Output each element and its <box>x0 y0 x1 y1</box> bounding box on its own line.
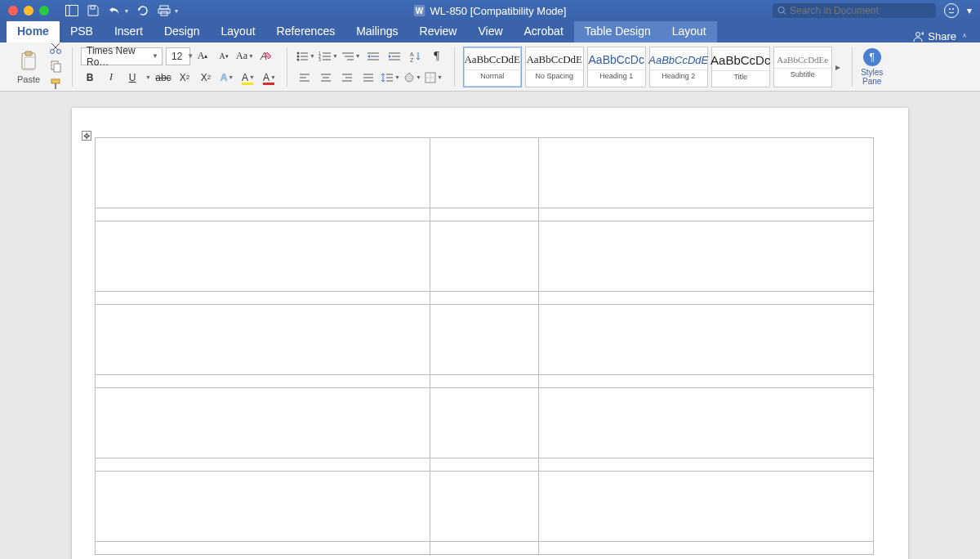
format-painter-icon[interactable] <box>49 78 64 92</box>
shading-button[interactable]: ▼ <box>403 69 421 87</box>
bold-button[interactable]: B <box>81 69 99 87</box>
multilevel-list-button[interactable]: ▼ <box>341 47 361 65</box>
paste-label: Paste <box>10 74 47 84</box>
table-row[interactable] <box>96 388 874 458</box>
style-caption: Title <box>712 70 769 81</box>
svg-text:3: 3 <box>318 57 321 62</box>
style-subtitle[interactable]: AaBbCcDdEeSubtitle <box>773 47 832 87</box>
table-row[interactable] <box>96 292 874 305</box>
change-case-button[interactable]: Aa▼ <box>236 47 254 65</box>
font-name-select[interactable]: Times New Ro…▼ <box>81 47 163 65</box>
svg-text:A: A <box>410 51 414 57</box>
font-size-select[interactable]: 12▼ <box>166 47 190 65</box>
style-preview: AaBbCcDc <box>710 53 770 67</box>
numbering-button[interactable]: 123▼ <box>318 47 338 65</box>
underline-button[interactable]: U <box>123 69 141 87</box>
copy-icon[interactable] <box>49 60 64 74</box>
window-controls <box>0 6 57 16</box>
close-window[interactable] <box>8 6 18 16</box>
document-table[interactable] <box>95 137 874 555</box>
table-row[interactable] <box>96 542 874 555</box>
svg-line-9 <box>783 12 786 15</box>
page[interactable]: ✥ <box>72 108 908 559</box>
superscript-button[interactable]: X2 <box>197 69 215 87</box>
styles-pane-label1: Styles <box>856 68 889 77</box>
svg-line-21 <box>53 43 60 50</box>
tab-layout[interactable]: Layout <box>211 20 266 42</box>
decrease-indent-button[interactable] <box>364 47 382 65</box>
clear-formatting-button[interactable]: A <box>257 47 275 65</box>
justify-button[interactable] <box>359 69 377 87</box>
save-icon[interactable] <box>87 4 100 17</box>
tab-mailings[interactable]: Mailings <box>345 20 408 42</box>
table-row[interactable] <box>96 375 874 388</box>
underline-dropdown-icon[interactable]: ▼ <box>145 74 151 80</box>
collapse-ribbon-icon[interactable]: ＾ <box>960 31 969 42</box>
svg-rect-17 <box>24 57 35 69</box>
tab-references[interactable]: References <box>266 20 346 42</box>
feedback-icon[interactable] <box>944 3 959 18</box>
styles-pane-label2: Pane <box>856 77 889 86</box>
toggle-sidebar-icon[interactable] <box>65 4 78 17</box>
print-icon[interactable] <box>158 4 171 17</box>
style-no-spacing[interactable]: AaBbCcDdENo Spacing <box>525 47 584 87</box>
tab-design[interactable]: Design <box>154 20 211 42</box>
increase-indent-button[interactable] <box>385 47 403 65</box>
style-normal[interactable]: AaBbCcDdENormal <box>463 47 522 87</box>
align-right-button[interactable] <box>338 69 356 87</box>
show-marks-button[interactable]: ¶ <box>428 47 446 65</box>
search-box[interactable] <box>773 3 936 18</box>
redo-icon[interactable] <box>136 4 149 17</box>
feedback-dropdown-icon[interactable]: ▾ <box>967 5 972 16</box>
tab-home[interactable]: Home <box>7 20 60 42</box>
grow-font-button[interactable]: A▴ <box>194 47 212 65</box>
svg-point-27 <box>296 51 299 54</box>
clipboard-group: Paste <box>5 46 69 87</box>
sort-button[interactable]: AZ <box>407 47 425 65</box>
tab-acrobat[interactable]: Acrobat <box>514 20 574 42</box>
styles-pane-button[interactable]: ¶ Styles Pane <box>856 48 889 86</box>
search-input[interactable] <box>790 5 931 16</box>
undo-dropdown-icon[interactable]: ▾ <box>125 7 128 15</box>
line-spacing-button[interactable]: ▼ <box>381 69 400 87</box>
tab-psb[interactable]: PSB <box>60 20 104 42</box>
table-row[interactable] <box>96 458 874 472</box>
style-heading-2[interactable]: AaBbCcDdEHeading 2 <box>649 47 708 87</box>
customize-qat-icon[interactable]: ▾ <box>175 7 178 15</box>
minimize-window[interactable] <box>24 6 33 16</box>
zoom-window[interactable] <box>39 6 49 16</box>
tab-review[interactable]: Review <box>409 20 468 42</box>
svg-text:Z: Z <box>410 57 414 62</box>
table-row[interactable] <box>96 138 874 208</box>
style-preview: AaBbCcDdE <box>648 54 708 66</box>
svg-rect-24 <box>51 79 60 83</box>
font-color-button[interactable]: A▼ <box>261 69 278 87</box>
styles-gallery-more[interactable]: ▸ <box>832 47 844 87</box>
highlight-button[interactable]: A▼ <box>239 69 257 87</box>
table-row[interactable] <box>96 472 874 542</box>
share-button[interactable]: Share ＾ <box>901 30 980 42</box>
table-row[interactable] <box>96 221 874 292</box>
table-row[interactable] <box>96 305 874 375</box>
table-anchor-icon[interactable]: ✥ <box>82 131 91 141</box>
tab-layout[interactable]: Layout <box>662 20 717 42</box>
align-center-button[interactable] <box>317 69 335 87</box>
cut-icon[interactable] <box>49 42 64 56</box>
tab-insert[interactable]: Insert <box>104 20 154 42</box>
strikethrough-button[interactable]: abc <box>154 69 172 87</box>
style-title[interactable]: AaBbCcDcTitle <box>711 47 770 87</box>
paste-button[interactable]: Paste <box>10 50 47 84</box>
text-effects-button[interactable]: A▼ <box>218 69 236 87</box>
tab-table-design[interactable]: Table Design <box>574 20 662 42</box>
subscript-button[interactable]: X2 <box>176 69 194 87</box>
italic-button[interactable]: I <box>102 69 120 87</box>
shrink-font-button[interactable]: A▾ <box>215 47 233 65</box>
borders-button[interactable]: ▼ <box>425 69 443 87</box>
undo-icon[interactable] <box>108 4 121 17</box>
style-preview: AaBbCcDc <box>589 53 644 66</box>
align-left-button[interactable] <box>296 69 314 87</box>
style-heading-1[interactable]: AaBbCcDcHeading 1 <box>587 47 646 87</box>
bullets-button[interactable]: ▼ <box>296 47 315 65</box>
tab-view[interactable]: View <box>467 20 513 42</box>
table-row[interactable] <box>96 208 874 221</box>
